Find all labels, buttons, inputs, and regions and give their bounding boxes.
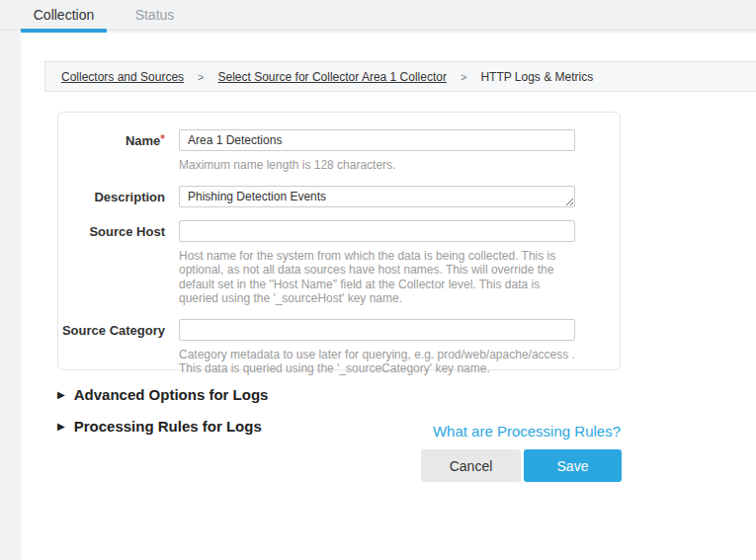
tab-status-label: Status — [135, 7, 175, 23]
description-field-row: Description Phishing Detection Events — [58, 186, 620, 207]
source-category-input[interactable] — [179, 319, 575, 341]
description-field-control: Phishing Detection Events — [179, 186, 575, 207]
source-host-field-control: Host name for the system from which the … — [179, 220, 575, 306]
breadcrumb-separator-icon: > — [461, 71, 466, 83]
breadcrumb-current-page: HTTP Logs & Metrics — [480, 70, 593, 84]
source-host-label: Source Host — [58, 220, 165, 306]
tab-collection-label: Collection — [34, 7, 94, 23]
name-input[interactable] — [179, 129, 575, 151]
app-root: Collection Status Collectors and Sources… — [0, 0, 756, 560]
tab-status[interactable]: Status — [119, 0, 191, 29]
processing-rules-section-title: Processing Rules for Logs — [74, 418, 262, 435]
advanced-options-section-title: Advanced Options for Logs — [74, 386, 269, 403]
source-category-field-control: Category metadata to use later for query… — [179, 319, 575, 376]
name-field-control: Maximum name length is 128 characters. — [179, 129, 575, 173]
source-category-label: Source Category — [58, 319, 165, 376]
source-form-card: Name* Maximum name length is 128 charact… — [57, 112, 621, 370]
description-label: Description — [58, 186, 165, 207]
what-are-processing-rules-link[interactable]: What are Processing Rules? — [433, 423, 621, 440]
save-button[interactable]: Save — [524, 449, 622, 482]
cancel-button[interactable]: Cancel — [421, 449, 521, 482]
processing-rules-section-toggle[interactable]: ▶ Processing Rules for Logs — [57, 418, 262, 435]
collapsed-arrow-icon: ▶ — [57, 389, 65, 400]
collapsed-arrow-icon: ▶ — [57, 421, 65, 432]
tab-bar: Collection Status — [0, 0, 756, 31]
breadcrumb-separator-icon: > — [198, 71, 204, 83]
source-category-field-row: Source Category Category metadata to use… — [58, 319, 620, 376]
name-field-row: Name* Maximum name length is 128 charact… — [58, 129, 620, 173]
name-label: Name* — [58, 129, 165, 173]
tab-collection[interactable]: Collection — [21, 0, 107, 29]
breadcrumb: Collectors and Sources > Select Source f… — [44, 61, 756, 92]
advanced-options-section-toggle[interactable]: ▶ Advanced Options for Logs — [57, 386, 268, 403]
source-host-help-text: Host name for the system from which the … — [179, 249, 575, 306]
description-textarea[interactable]: Phishing Detection Events — [179, 186, 575, 207]
breadcrumb-select-source[interactable]: Select Source for Collector Area 1 Colle… — [218, 70, 447, 84]
source-category-help-text: Category metadata to use later for query… — [179, 348, 575, 376]
breadcrumb-collectors-and-sources[interactable]: Collectors and Sources — [61, 70, 184, 84]
required-asterisk: * — [160, 132, 165, 146]
source-host-input[interactable] — [179, 220, 575, 242]
source-host-field-row: Source Host Host name for the system fro… — [58, 220, 620, 306]
name-help-text: Maximum name length is 128 characters. — [179, 158, 575, 173]
